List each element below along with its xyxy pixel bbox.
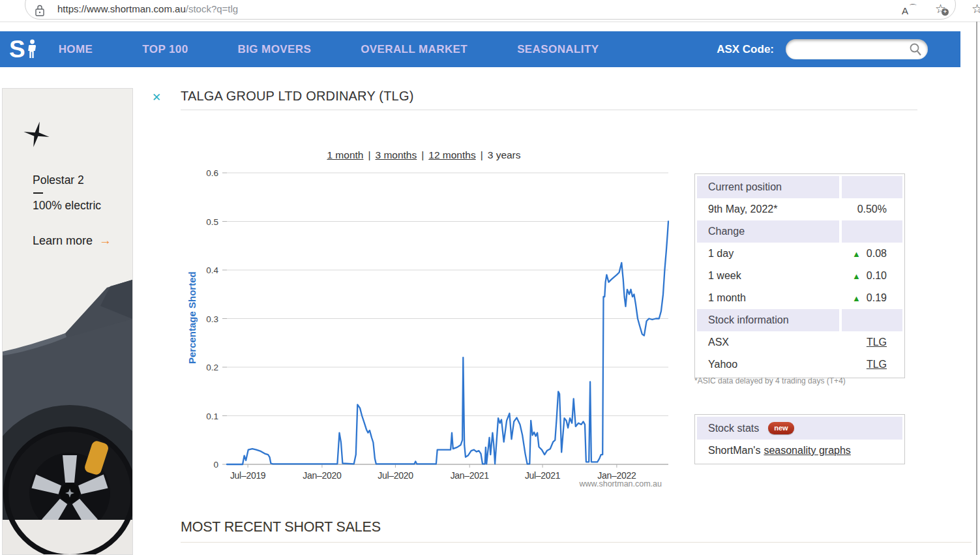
- x-tick-label: Jul–2020: [378, 470, 413, 481]
- asx-code-input[interactable]: [794, 40, 904, 57]
- y-tick-label: 0.3: [206, 314, 218, 324]
- time-range-links: 1 month|3 months|12 months|3 years: [196, 149, 652, 161]
- nav-links: HOMETOP 100BIG MOVERSOVERALL MARKETSEASO…: [59, 43, 599, 56]
- row-value: [842, 309, 902, 331]
- asx-search-box: [786, 39, 928, 59]
- range-separator: |: [421, 149, 424, 160]
- row-label: Current position: [697, 176, 839, 198]
- up-triangle-icon: ▲: [852, 294, 861, 303]
- url-path: /stock?q=tlg: [186, 3, 238, 14]
- row-value: TLG: [842, 331, 902, 353]
- search-icon[interactable]: [909, 42, 922, 56]
- row-value: ▲0.19: [842, 287, 902, 309]
- browser-address-bar: https://www.shortman.com.au/stock?q=tlg …: [0, 0, 980, 22]
- row-label: ASX: [697, 331, 842, 353]
- x-tick-label: Jan–2020: [303, 470, 342, 481]
- asx-code-label: ASX Code:: [717, 43, 774, 56]
- site-navbar: S HOMETOP 100BIG MOVERSOVERALL MARKETSEA…: [0, 31, 960, 67]
- row-value: TLG: [842, 353, 902, 376]
- stock-code-link[interactable]: TLG: [867, 337, 887, 348]
- stock-code-link[interactable]: TLG: [867, 359, 887, 370]
- read-aloud-icon[interactable]: A⌒: [902, 3, 918, 16]
- url-scheme: https://www.: [57, 3, 110, 14]
- section-divider: [181, 542, 972, 543]
- range-3-years: 3 years: [488, 149, 521, 160]
- seasonality-graphs-link[interactable]: seasonality graphs: [764, 445, 850, 457]
- seasonality-prefix: ShortMan's: [708, 445, 760, 457]
- ad-underline: [33, 192, 43, 194]
- row-label: Change: [697, 220, 839, 243]
- y-tick-label: 0.6: [206, 168, 218, 178]
- asx-code-group: ASX Code:: [717, 39, 928, 59]
- section-heading: MOST RECENT SHORT SALES: [181, 519, 381, 535]
- table-section-header: Change: [697, 220, 902, 243]
- url-text[interactable]: https://www.shortman.com.au/stock?q=tlg: [57, 3, 238, 14]
- nav-item-top-100[interactable]: TOP 100: [142, 43, 188, 56]
- range-1-month[interactable]: 1 month: [327, 149, 363, 160]
- page-title: TALGA GROUP LTD ORDINARY (TLG): [181, 89, 414, 104]
- stock-stats-panel: Stock stats new ShortMan's seasonality g…: [694, 414, 905, 464]
- table-row: 9th May, 2022*0.50%: [697, 198, 902, 220]
- x-tick-label: Jul–2019: [230, 470, 266, 481]
- lock-icon[interactable]: [35, 5, 44, 16]
- person-icon: [27, 39, 38, 59]
- browser-window: https://www.shortman.com.au/stock?q=tlg …: [0, 0, 980, 555]
- polestar-star-icon: [23, 121, 50, 147]
- new-badge: new: [768, 422, 794, 434]
- up-triangle-icon: ▲: [852, 272, 861, 280]
- table-row: 1 month▲0.19: [697, 287, 902, 309]
- y-tick-label: 0.1: [206, 412, 218, 421]
- x-tick-label: Jul–2021: [525, 470, 561, 481]
- range-3-months[interactable]: 3 months: [375, 149, 417, 160]
- chart-credit: www.shortman.com.au: [579, 479, 662, 488]
- plus-badge: +: [942, 8, 949, 16]
- x-tick-label: Jan–2021: [451, 470, 490, 481]
- logo-letter: S: [9, 38, 25, 61]
- scrollbar[interactable]: [976, 22, 977, 555]
- row-value: ▲0.10: [842, 265, 902, 287]
- polestar-ad[interactable]: Polestar 2 100% electric Learn more→: [2, 88, 133, 555]
- add-favorite-icon[interactable]: ☆+: [935, 1, 946, 16]
- row-label: 9th May, 2022*: [697, 198, 842, 220]
- seasonality-row: ShortMan's seasonality graphs: [697, 440, 902, 462]
- row-label: 1 day: [697, 243, 842, 265]
- row-value: [842, 176, 902, 198]
- y-tick-label: 0.4: [206, 265, 218, 275]
- arrow-right-icon: →: [99, 233, 111, 247]
- table-row: YahooTLG: [697, 353, 902, 376]
- table-section-header: Stock information: [697, 309, 902, 331]
- row-label: 1 month: [697, 287, 842, 309]
- stats-header: Stock stats new: [697, 417, 902, 440]
- asic-footnote: *ASIC data delayed by 4 trading days (T+…: [694, 376, 846, 385]
- row-label: Yahoo: [697, 353, 842, 376]
- up-triangle-icon: ▲: [852, 250, 861, 258]
- table-row: 1 week▲0.10: [697, 265, 902, 287]
- row-value: 0.50%: [842, 198, 902, 220]
- nav-item-overall-market[interactable]: OVERALL MARKET: [361, 43, 468, 56]
- ad-tagline: 100% electric: [33, 199, 101, 213]
- stock-info-table: Current position9th May, 2022*0.50%Chang…: [694, 173, 905, 378]
- stats-header-label: Stock stats: [708, 423, 759, 434]
- table-row: 1 day▲0.08: [697, 243, 902, 265]
- nav-item-seasonality[interactable]: SEASONALITY: [517, 43, 599, 56]
- favorites-icon[interactable]: ☆: [972, 1, 980, 16]
- y-tick-label: 0.2: [206, 363, 218, 372]
- table-section-header: Current position: [697, 176, 902, 198]
- nav-item-home[interactable]: HOME: [59, 43, 93, 56]
- row-label: 1 week: [697, 265, 842, 287]
- ad-brand: Polestar 2: [33, 173, 84, 187]
- title-divider: [181, 110, 917, 110]
- nav-item-big-movers[interactable]: BIG MOVERS: [238, 43, 312, 56]
- table-row: ASXTLG: [697, 331, 902, 353]
- chrome-divider: [0, 22, 980, 22]
- polestar-car-image: [3, 280, 132, 554]
- learn-more-link[interactable]: Learn more→: [33, 233, 111, 248]
- close-icon[interactable]: ✕: [152, 91, 161, 104]
- shortman-logo[interactable]: S: [9, 38, 38, 61]
- range-separator: |: [481, 149, 483, 160]
- row-value: ▲0.08: [842, 243, 902, 265]
- range-12-months[interactable]: 12 months: [428, 149, 475, 160]
- shorted-percentage-chart: 00.10.20.30.40.50.6Jul–2019Jan–2020Jul–2…: [196, 163, 678, 492]
- shorted-line-series: [227, 222, 668, 465]
- row-value: [842, 220, 902, 243]
